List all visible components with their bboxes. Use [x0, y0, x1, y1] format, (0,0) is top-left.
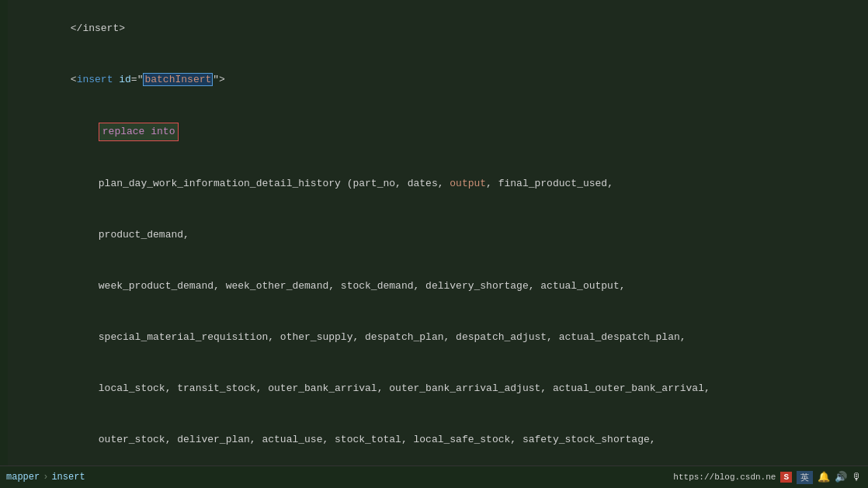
line-content: local_stock, transit_stock, outer_bank_a… — [31, 363, 868, 414]
lang-indicator: 英 — [797, 471, 813, 484]
line-content: outer_stock, deliver_plan, actual_use, s… — [31, 414, 868, 466]
csdn-logo: S — [780, 472, 792, 483]
code-line: outer_stock, deliver_plan, actual_use, s… — [0, 414, 868, 466]
breadcrumb-insert: insert — [51, 472, 85, 483]
code-line: local_stock, transit_stock, outer_bank_a… — [0, 363, 868, 414]
notification-icon[interactable]: 🔔 — [818, 471, 830, 483]
code-line-replace-into: replace into — [0, 106, 868, 158]
status-right-area: https://blog.csdn.ne S 英 🔔 🔊 🎙 — [673, 471, 862, 484]
gutter-bar — [0, 0, 8, 466]
mic-icon[interactable]: 🎙 — [852, 472, 862, 483]
breadcrumb-mapper: mapper — [6, 472, 40, 483]
code-editor: </insert> <insert id="batchInsert"> repl… — [0, 0, 868, 466]
line-content: special_material_requisition, other_supp… — [31, 312, 868, 363]
line-content: product_demand, — [31, 209, 868, 261]
code-line: week_product_demand, week_other_demand, … — [0, 261, 868, 312]
code-line: product_demand, — [0, 209, 868, 261]
code-line: </insert> — [0, 3, 868, 54]
line-content: week_product_demand, week_other_demand, … — [31, 261, 868, 312]
line-content: plan_day_work_information_detail_history… — [31, 158, 868, 209]
code-line: <insert id="batchInsert"> — [0, 54, 868, 106]
breadcrumb-area: mapper › insert — [6, 472, 85, 483]
status-bar: mapper › insert https://blog.csdn.ne S 英… — [0, 466, 868, 488]
breadcrumb-separator: › — [43, 472, 48, 483]
code-line: special_material_requisition, other_supp… — [0, 312, 868, 363]
line-content: <insert id="batchInsert"> — [31, 54, 868, 106]
replace-into-keyword: replace into — [99, 123, 179, 141]
volume-icon[interactable]: 🔊 — [835, 471, 847, 483]
line-content: </insert> — [31, 3, 868, 54]
line-content: replace into — [31, 106, 868, 158]
url-display: https://blog.csdn.ne — [673, 472, 776, 482]
code-line: plan_day_work_information_detail_history… — [0, 158, 868, 209]
